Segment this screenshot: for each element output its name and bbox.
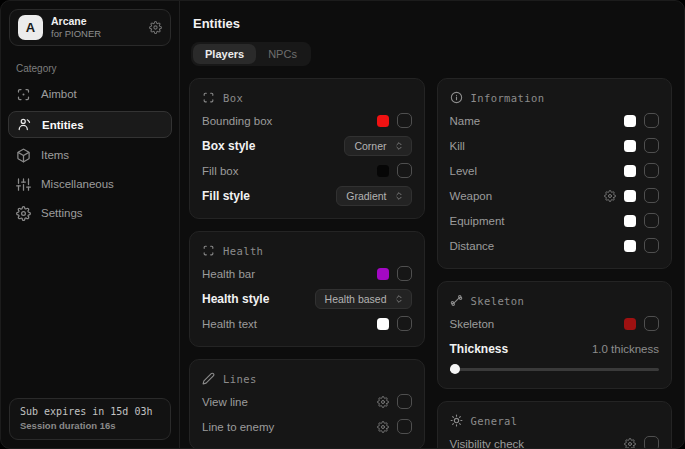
sidebar-item-miscellaneous[interactable]: Miscellaneous — [1, 170, 179, 198]
app-logo: A — [18, 15, 43, 40]
panel-box: Box Bounding box Box style Corner — [189, 78, 425, 219]
setting-row: Box style Corner — [202, 133, 412, 158]
setting-label: Health bar — [202, 268, 255, 280]
sun-icon — [450, 414, 463, 427]
header-gear-icon[interactable] — [149, 21, 162, 34]
weapon-checkbox[interactable] — [644, 188, 659, 203]
visibility-check-settings-gear-icon[interactable] — [624, 438, 636, 449]
sidebar-nav: Aimbot Entities Items Miscellaneous Sett… — [1, 80, 179, 228]
name-checkbox[interactable] — [644, 113, 659, 128]
setting-row: Thickness 1.0 thickness — [450, 336, 660, 361]
app-window: A Arcane for PIONER Category Aimbot Enti… — [0, 0, 685, 449]
color-swatch[interactable] — [624, 115, 636, 127]
setting-label: Line to enemy — [202, 421, 274, 433]
color-swatch[interactable] — [624, 318, 636, 330]
distance-checkbox[interactable] — [644, 238, 659, 253]
setting-label: Equipment — [450, 215, 505, 227]
panel-title: General — [471, 415, 518, 427]
view-line-settings-gear-icon[interactable] — [377, 396, 389, 408]
kill-checkbox[interactable] — [644, 138, 659, 153]
subscription-card: Sub expires in 15d 03h Session duration … — [9, 398, 171, 440]
tab-npcs[interactable]: NPCs — [256, 44, 309, 64]
gear-icon — [16, 206, 31, 221]
setting-label: Box style — [202, 139, 255, 153]
panel-health: Health Health bar Health style Health ba… — [189, 231, 425, 347]
level-checkbox[interactable] — [644, 163, 659, 178]
color-swatch[interactable] — [377, 268, 389, 280]
setting-row: Health bar — [202, 261, 412, 286]
sidebar-item-aimbot[interactable]: Aimbot — [1, 80, 179, 108]
panel-title: Health — [223, 245, 263, 257]
line-to-enemy-checkbox[interactable] — [397, 419, 412, 434]
setting-label: Fill style — [202, 189, 250, 203]
bone-icon — [450, 294, 463, 307]
chevron-unfold-icon — [394, 191, 404, 201]
setting-label: Distance — [450, 240, 495, 252]
health-text-checkbox[interactable] — [397, 316, 412, 331]
panel-general: General Visibility check Max distance 50… — [437, 401, 673, 449]
color-swatch[interactable] — [377, 165, 389, 177]
skeleton-checkbox[interactable] — [644, 316, 659, 331]
setting-label: Level — [450, 165, 478, 177]
setting-label: Name — [450, 115, 481, 127]
chevron-unfold-icon — [394, 141, 404, 151]
equipment-checkbox[interactable] — [644, 213, 659, 228]
app-subtitle: for PIONER — [51, 28, 141, 40]
frame-brackets-icon — [202, 91, 215, 104]
page-title: Entities — [193, 16, 672, 31]
panel-lines: Lines View line Line to enemy — [189, 359, 425, 449]
entities-person-icon — [17, 117, 32, 132]
line-to-enemy-settings-gear-icon[interactable] — [377, 421, 389, 433]
color-swatch[interactable] — [624, 190, 636, 202]
sidebar-item-label: Entities — [42, 119, 84, 131]
box-style-dropdown[interactable]: Corner — [344, 136, 411, 156]
color-swatch[interactable] — [624, 140, 636, 152]
health-bar-checkbox[interactable] — [397, 266, 412, 281]
session-duration-text: Session duration 16s — [20, 420, 160, 431]
color-swatch[interactable] — [624, 240, 636, 252]
visibility-check-checkbox[interactable] — [644, 436, 659, 449]
sub-expiry-text: Sub expires in 15d 03h — [20, 406, 160, 417]
setting-row: Line to enemy — [202, 414, 412, 439]
fill-box-checkbox[interactable] — [397, 163, 412, 178]
sidebar-item-label: Items — [41, 149, 69, 161]
sidebar-item-label: Miscellaneous — [41, 178, 114, 190]
cube-icon — [16, 148, 31, 163]
sidebar-item-items[interactable]: Items — [1, 141, 179, 169]
app-name: Arcane — [51, 15, 141, 28]
setting-row: Bounding box — [202, 108, 412, 133]
setting-label: Thickness — [450, 342, 509, 356]
sidebar: A Arcane for PIONER Category Aimbot Enti… — [1, 1, 180, 448]
weapon-settings-gear-icon[interactable] — [604, 190, 616, 202]
health-style-dropdown[interactable]: Health based — [315, 289, 412, 309]
sidebar-item-label: Aimbot — [41, 88, 77, 100]
entity-tabs: Players NPCs — [191, 42, 311, 66]
setting-label: Fill box — [202, 165, 238, 177]
setting-label: Visibility check — [450, 438, 525, 449]
bounding-box-checkbox[interactable] — [397, 113, 412, 128]
color-swatch[interactable] — [377, 115, 389, 127]
sidebar-item-settings[interactable]: Settings — [1, 199, 179, 227]
sliders-icon — [16, 177, 31, 192]
setting-row: Distance — [450, 233, 660, 258]
thickness-slider-thumb[interactable] — [450, 364, 460, 374]
app-header-card: A Arcane for PIONER — [9, 9, 171, 46]
setting-label: Health text — [202, 318, 257, 330]
setting-label: Skeleton — [450, 318, 495, 330]
main-content: Entities Players NPCs Box Bounding box — [180, 1, 684, 448]
sidebar-item-entities[interactable]: Entities — [8, 111, 172, 138]
color-swatch[interactable] — [624, 165, 636, 177]
fill-style-dropdown[interactable]: Gradient — [336, 186, 411, 206]
sidebar-item-label: Settings — [41, 207, 83, 219]
color-swatch[interactable] — [377, 318, 389, 330]
setting-row: Kill — [450, 133, 660, 158]
color-swatch[interactable] — [624, 215, 636, 227]
thickness-slider[interactable] — [450, 363, 660, 375]
chevron-unfold-icon — [394, 294, 404, 304]
thickness-value: 1.0 thickness — [592, 343, 659, 355]
setting-label: Health style — [202, 292, 269, 306]
panel-title: Lines — [223, 373, 257, 385]
view-line-checkbox[interactable] — [397, 394, 412, 409]
panel-title: Box — [223, 92, 243, 104]
tab-players[interactable]: Players — [193, 44, 256, 64]
